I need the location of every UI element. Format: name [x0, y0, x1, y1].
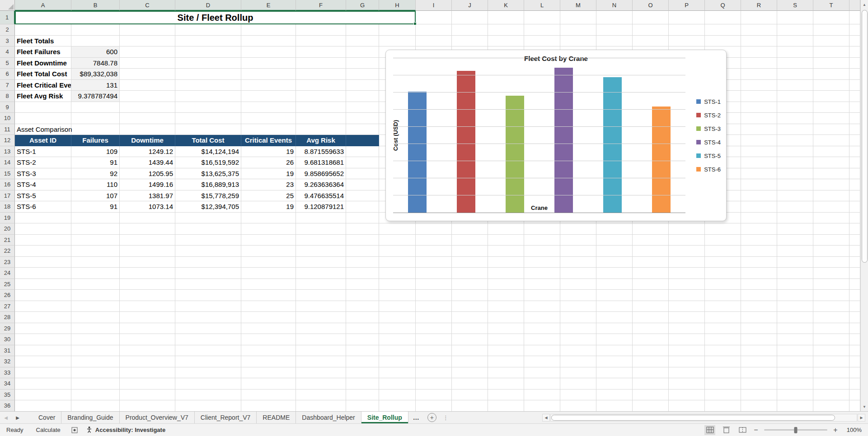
cell-O21[interactable] [633, 235, 669, 246]
cell-H35[interactable] [379, 390, 416, 401]
cell-partial13[interactable] [849, 146, 860, 158]
cell-T8[interactable] [813, 91, 849, 102]
cell-A17[interactable]: STS-5 [15, 190, 71, 202]
cell-J36[interactable] [452, 400, 488, 411]
cell-G15[interactable] [346, 168, 379, 180]
cell-H25[interactable] [379, 279, 416, 290]
bar-STS-4[interactable] [554, 68, 573, 213]
row-header-34[interactable]: 34 [0, 378, 15, 390]
cell-A31[interactable] [15, 345, 71, 357]
cell-T14[interactable] [813, 157, 849, 168]
cell-B11[interactable] [71, 124, 120, 135]
cell-partial19[interactable] [849, 213, 860, 224]
title-cell[interactable]: Site / Fleet Rollup [15, 11, 416, 24]
cell-N31[interactable] [596, 345, 633, 357]
cell-O27[interactable] [633, 301, 669, 312]
cell-B30[interactable] [71, 334, 120, 345]
cell-D22[interactable] [175, 246, 241, 257]
cell-P33[interactable] [669, 367, 705, 379]
cell-P34[interactable] [669, 378, 705, 390]
cell-C11[interactable] [120, 124, 175, 135]
cell-P36[interactable] [669, 400, 705, 411]
cell-J28[interactable] [452, 312, 488, 323]
cell-R10[interactable] [741, 113, 777, 124]
column-header-G[interactable]: G [346, 0, 379, 11]
cell-R34[interactable] [741, 378, 777, 390]
cell-J26[interactable] [452, 290, 488, 301]
cell-B19[interactable] [71, 213, 120, 224]
cell-M23[interactable] [560, 257, 596, 268]
cell-partial17[interactable] [849, 190, 860, 202]
cell-G10[interactable] [346, 113, 379, 124]
cell-H20[interactable] [379, 223, 416, 235]
cell-F30[interactable] [296, 334, 346, 345]
cell-R1[interactable] [741, 11, 777, 24]
cell-T11[interactable] [813, 124, 849, 135]
cell-G26[interactable] [346, 290, 379, 301]
cell-partial16[interactable] [849, 179, 860, 190]
cell-K26[interactable] [488, 290, 524, 301]
cell-G20[interactable] [346, 223, 379, 235]
cell-C5[interactable] [120, 58, 175, 69]
cell-T24[interactable] [813, 268, 849, 279]
cell-C20[interactable] [120, 223, 175, 235]
cell-T16[interactable] [813, 179, 849, 190]
cell-R12[interactable] [741, 135, 777, 146]
column-header-C[interactable]: C [120, 0, 175, 11]
cell-A27[interactable] [15, 301, 71, 312]
cell-K2[interactable] [488, 24, 524, 36]
cell-N1[interactable] [596, 11, 633, 24]
cell-D8[interactable] [175, 91, 241, 102]
cell-A35[interactable] [15, 390, 71, 401]
cell-P32[interactable] [669, 356, 705, 367]
cell-B8[interactable]: 9.378787494 [71, 91, 120, 102]
row-header-22[interactable]: 22 [0, 246, 15, 257]
cell-S28[interactable] [777, 312, 813, 323]
cell-C22[interactable] [120, 246, 175, 257]
cell-F33[interactable] [296, 367, 346, 379]
cell-R33[interactable] [741, 367, 777, 379]
cell-M28[interactable] [560, 312, 596, 323]
cell-F27[interactable] [296, 301, 346, 312]
cell-T2[interactable] [813, 24, 849, 36]
cell-C12[interactable]: Downtime [120, 135, 175, 146]
cell-F14[interactable]: 9.681318681 [296, 157, 346, 168]
cell-I26[interactable] [416, 290, 452, 301]
cell-P20[interactable] [669, 223, 705, 235]
cell-A5[interactable]: Fleet Downtime [15, 58, 71, 69]
cell-Q24[interactable] [705, 268, 741, 279]
selection-fill-handle[interactable] [413, 22, 417, 25]
sheet-tab-Product_Overview_V7[interactable]: Product_Overview_V7 [120, 412, 195, 423]
cell-R20[interactable] [741, 223, 777, 235]
cell-partial20[interactable] [849, 223, 860, 235]
cell-D21[interactable] [175, 235, 241, 246]
cell-B14[interactable]: 91 [71, 157, 120, 168]
cell-R23[interactable] [741, 257, 777, 268]
cell-A33[interactable] [15, 367, 71, 379]
cell-E14[interactable]: 26 [241, 157, 296, 168]
tab-nav-right-icon[interactable]: ▶ [12, 412, 23, 423]
cell-B26[interactable] [71, 290, 120, 301]
cell-B10[interactable] [71, 113, 120, 124]
cell-S16[interactable] [777, 179, 813, 190]
cell-A7[interactable]: Fleet Critical Eve [15, 80, 71, 91]
cell-N30[interactable] [596, 334, 633, 345]
cell-M3[interactable] [560, 36, 596, 47]
cell-E3[interactable] [241, 36, 296, 47]
cell-E6[interactable] [241, 69, 296, 80]
cell-E35[interactable] [241, 390, 296, 401]
cell-F18[interactable]: 9.120879121 [296, 201, 346, 213]
row-header-26[interactable]: 26 [0, 290, 15, 301]
cell-S25[interactable] [777, 279, 813, 290]
cell-F32[interactable] [296, 356, 346, 367]
cell-J35[interactable] [452, 390, 488, 401]
cell-T13[interactable] [813, 146, 849, 158]
cell-B12[interactable]: Failures [71, 135, 120, 146]
cell-G18[interactable] [346, 201, 379, 213]
cell-L30[interactable] [524, 334, 560, 345]
cell-O20[interactable] [633, 223, 669, 235]
zoom-slider-thumb[interactable] [794, 427, 798, 433]
cell-N20[interactable] [596, 223, 633, 235]
cell-partial26[interactable] [849, 290, 860, 301]
cell-M24[interactable] [560, 268, 596, 279]
